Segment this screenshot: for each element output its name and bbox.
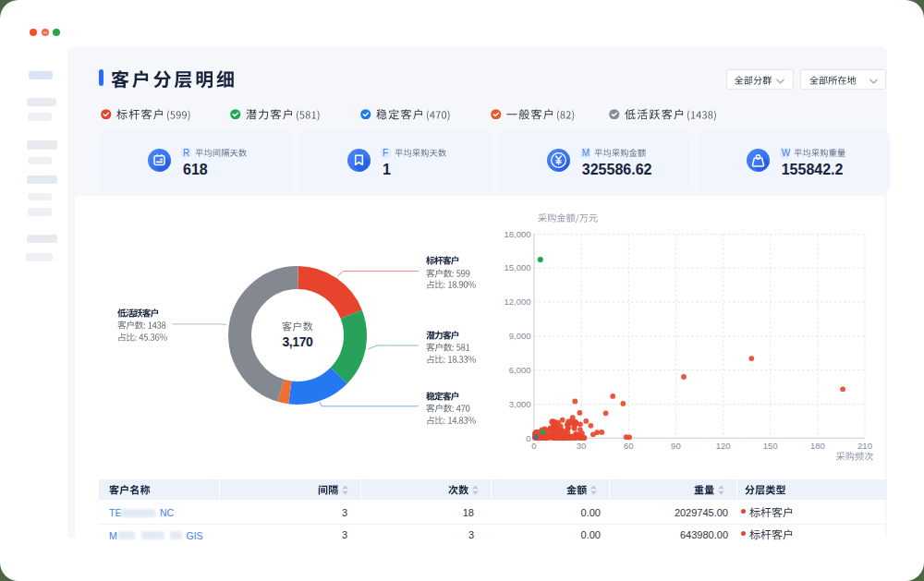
svg-text:0: 0 xyxy=(531,441,536,451)
svg-text:30: 30 xyxy=(577,441,587,451)
svg-text:18,000: 18,000 xyxy=(504,229,530,239)
svg-text:150: 150 xyxy=(763,441,778,451)
svg-text:12,000: 12,000 xyxy=(504,297,530,307)
svg-text:60: 60 xyxy=(624,441,634,451)
svg-text:120: 120 xyxy=(716,441,731,451)
svg-text:0: 0 xyxy=(526,433,530,443)
svg-text:6,000: 6,000 xyxy=(509,365,531,375)
svg-text:210: 210 xyxy=(857,441,872,451)
svg-text:180: 180 xyxy=(810,441,825,451)
svg-text:3,000: 3,000 xyxy=(509,399,531,409)
svg-text:9,000: 9,000 xyxy=(509,331,531,341)
svg-text:15,000: 15,000 xyxy=(504,262,530,272)
svg-text:90: 90 xyxy=(671,441,681,451)
